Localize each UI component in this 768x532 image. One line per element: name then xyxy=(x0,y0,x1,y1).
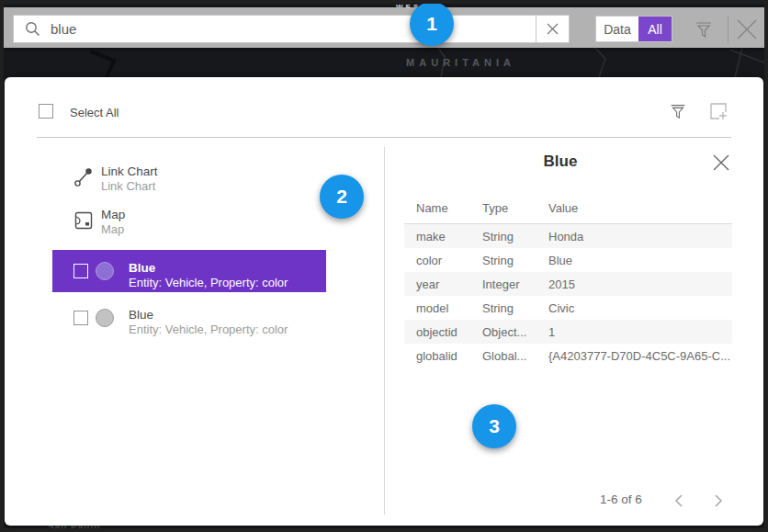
table-header: Name Type Value xyxy=(404,197,732,224)
cell-type: String xyxy=(482,301,548,315)
cell-value: Blue xyxy=(548,254,732,267)
select-all-checkbox[interactable] xyxy=(39,104,53,119)
detail-close-icon[interactable] xyxy=(712,153,732,174)
cell-value: 1 xyxy=(548,325,732,339)
clear-icon xyxy=(547,23,559,35)
table-row: objectid Object... 1 xyxy=(404,320,732,344)
cell-name: color xyxy=(416,254,482,267)
pagination-prev-icon[interactable] xyxy=(672,492,688,509)
result-item-map[interactable]: Map Map xyxy=(52,207,326,237)
cell-type: String xyxy=(482,230,548,243)
table-row: make String Honda xyxy=(404,224,732,248)
pagination-range-label: 1-6 of 6 xyxy=(600,492,642,506)
cell-type: Global... xyxy=(482,349,548,363)
table-row: color String Blue xyxy=(404,248,732,272)
cell-type: Integer xyxy=(482,277,548,291)
select-all-label: Select All xyxy=(70,106,119,119)
result-subtitle: Link Chart xyxy=(101,179,158,194)
result-item-blue[interactable]: Blue Entity: Vehicle, Property: color xyxy=(52,297,326,339)
result-subtitle: Entity: Vehicle, Property: color xyxy=(129,276,288,290)
result-title: Map xyxy=(101,207,125,222)
panel-divider xyxy=(384,147,385,515)
entity-circle-icon xyxy=(96,262,114,280)
result-title: Blue xyxy=(129,260,288,276)
cell-type: Object... xyxy=(482,325,548,339)
table-row: model String Civic xyxy=(404,296,732,320)
clear-search-button[interactable] xyxy=(536,16,569,42)
cell-type: String xyxy=(482,254,548,267)
column-header-value: Value xyxy=(548,201,732,215)
cell-name: make xyxy=(416,230,482,243)
result-title: Link Chart xyxy=(101,164,158,179)
link-chart-icon xyxy=(73,167,94,187)
search-field-group xyxy=(13,15,570,43)
map-label-mauritania: MAURITANIA xyxy=(371,57,550,68)
cell-value: Civic xyxy=(548,301,732,315)
result-checkbox[interactable] xyxy=(73,311,88,325)
cell-value: Honda xyxy=(548,230,732,243)
result-subtitle: Map xyxy=(101,222,125,237)
cell-name: globalid xyxy=(416,349,482,363)
cell-value: {A4203777-D70D-4C5C-9A65-C... xyxy=(548,349,732,363)
attribute-table: Name Type Value make String Honda color … xyxy=(404,197,732,368)
add-to-selection-icon[interactable] xyxy=(708,101,728,121)
pagination-next-icon[interactable] xyxy=(709,492,726,509)
search-results-panel: Select All Link Chart Link Chart M xyxy=(5,77,763,526)
cell-name: objectid xyxy=(416,325,482,339)
table-row: globalid Global... {A4203777-D70D-4C5C-9… xyxy=(404,344,732,368)
annotation-callout-3: 3 xyxy=(472,404,516,448)
detail-title: Blue xyxy=(404,153,717,171)
filter-icon[interactable] xyxy=(693,18,715,40)
annotation-callout-2: 2 xyxy=(320,175,364,219)
search-input[interactable] xyxy=(51,16,536,42)
scope-option-data[interactable]: Data xyxy=(596,17,638,41)
column-header-name: Name xyxy=(416,201,482,215)
search-toolbar: Data All xyxy=(4,7,764,48)
results-filter-icon[interactable] xyxy=(668,101,688,121)
app-window: WESTER MAURITANIA São Paulo Data All Sel… xyxy=(0,0,768,532)
map-icon xyxy=(73,210,94,231)
header-divider xyxy=(37,137,731,138)
cell-value: 2015 xyxy=(548,277,732,291)
annotation-callout-1: 1 xyxy=(410,2,454,46)
table-row: year Integer 2015 xyxy=(404,272,732,296)
cell-name: year xyxy=(416,277,482,291)
scope-option-all[interactable]: All xyxy=(638,17,672,41)
result-item-link-chart[interactable]: Link Chart Link Chart xyxy=(52,164,326,194)
close-search-icon[interactable] xyxy=(735,17,759,41)
scope-toggle: Data All xyxy=(595,16,672,42)
entity-circle-icon xyxy=(96,309,114,327)
search-icon xyxy=(14,16,51,42)
toolbar-divider xyxy=(728,16,728,43)
result-title: Blue xyxy=(129,307,288,323)
column-header-type: Type xyxy=(482,201,548,215)
cell-name: model xyxy=(416,301,482,315)
result-subtitle: Entity: Vehicle, Property: color xyxy=(129,323,288,337)
result-checkbox[interactable] xyxy=(73,264,88,278)
result-item-blue-selected[interactable]: Blue Entity: Vehicle, Property: color xyxy=(52,250,326,292)
